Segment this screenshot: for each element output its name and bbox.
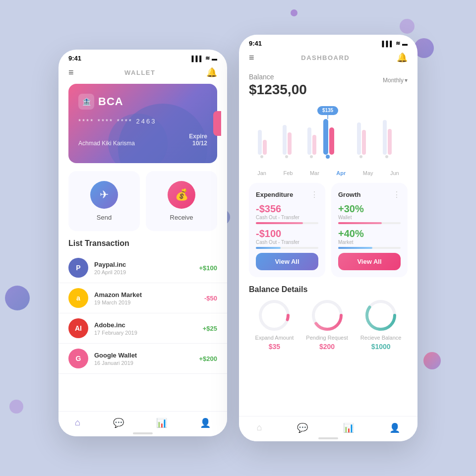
tx-name: Adobe.inc [94,321,197,329]
svg-rect-3 [258,130,262,155]
growth-sub-1: Wallet [338,215,401,220]
nav-chart-r[interactable]: 📊 [343,422,354,433]
battery-icon: ▬ [212,56,217,61]
svg-rect-12 [362,130,366,155]
chart-label-jun: Jun [390,170,399,176]
growth-card: Growth ⋮ +30% Wallet +40% Market View Al… [331,183,408,277]
receive-balance-chart [363,298,398,333]
bca-logo-text: BCA [98,95,123,108]
period-selector[interactable]: Monthly ▾ [383,77,408,84]
expenditure-fill-2 [256,247,281,249]
wallet-phone: 9:41 ▌▌▌ ≋ ▬ ≡ WALLET 🔔 🏦 BCA **** **** … [59,50,227,436]
expenditure-value-2: -$100 [256,228,318,239]
notification-icon-r[interactable]: 🔔 [397,52,408,63]
tx-info: Amazon Market 19 March 2019 [94,291,198,305]
svg-point-17 [310,155,313,158]
bca-logo-icon: 🏦 [78,94,94,110]
nav-home[interactable]: ⌂ [75,417,80,428]
card-tab [213,111,221,136]
dashboard-phone: 9:41 ▌▌▌ ≋ ▬ ≡ DASHBOARD 🔔 Balance $1235… [239,35,417,441]
menu-icon[interactable]: ≡ [68,67,74,78]
expenditure-menu-icon[interactable]: ⋮ [310,190,318,199]
growth-sub-2: Market [338,239,401,245]
decor-blob-5 [9,400,23,414]
time-left: 9:41 [68,55,81,62]
growth-menu-icon[interactable]: ⋮ [393,190,401,199]
avatar: a [68,288,88,308]
avatar: G [68,349,88,368]
action-buttons: ✈ Send 💰 Receive [68,171,217,231]
expire-date: 10/12 [189,140,207,147]
wallet-header: ≡ WALLET 🔔 [59,65,227,84]
nav-chat[interactable]: 💬 [113,417,124,428]
decor-blob-2 [400,19,415,34]
card-number: **** **** **** 2463 [78,118,207,125]
table-row[interactable]: a Amazon Market 19 March 2019 -$50 [59,283,227,313]
chart-container: $135 [239,98,417,177]
bottom-nav-right: ⌂ 💬 📊 👤 [239,416,417,441]
decor-blob-4 [5,286,30,310]
tx-info: Google Wallet 16 Januari 2019 [94,352,193,366]
receive-label: Receive [170,214,193,221]
send-button[interactable]: ✈ [90,181,118,209]
tx-amount: -$50 [204,295,217,302]
menu-icon-r[interactable]: ≡ [249,53,254,63]
transaction-list-title: List Transaction [59,239,227,253]
card-holder-name: Achmad Kiki Karisma [78,140,135,147]
pending-request-item: Pending Request $200 [306,298,348,351]
tx-date: 17 February 2019 [94,330,197,336]
tx-info: Adobe.inc 17 February 2019 [94,321,197,336]
svg-point-18 [326,155,330,159]
send-card[interactable]: ✈ Send [68,171,140,231]
receive-balance-value: $1000 [371,343,391,351]
svg-point-15 [260,155,263,158]
table-row[interactable]: AI Adobe.inc 17 February 2019 +$25 [59,313,227,344]
chart-labels: Jan Feb Mar Apr May Jun [249,169,408,177]
pending-request-value: $200 [319,343,335,351]
nav-chart[interactable]: 📊 [156,417,167,428]
receive-button[interactable]: 💰 [168,181,195,209]
chart-label-feb: Feb [283,170,293,176]
tx-amount: +$100 [199,264,217,272]
expenditure-view-all-button[interactable]: View All [256,253,318,270]
time-right: 9:41 [249,40,262,47]
tx-date: 16 Januari 2019 [94,360,193,366]
pending-request-chart [310,298,345,333]
stats-row: Expenditure ⋮ -$356 Cash Out - Transfer … [239,177,417,283]
notification-icon[interactable]: 🔔 [206,67,217,78]
svg-rect-10 [329,127,334,155]
expenditure-sub-2: Cash Out - Transfer [256,239,318,245]
expand-amount-chart [257,298,292,333]
pending-request-label: Pending Request [306,335,348,341]
expenditure-fill-1 [256,222,303,224]
tx-amount: +$200 [199,355,217,362]
expenditure-card: Expenditure ⋮ -$356 Cash Out - Transfer … [249,183,325,277]
expenditure-header: Expenditure ⋮ [256,190,318,199]
nav-home-r[interactable]: ⌂ [256,422,262,433]
nav-chat-r[interactable]: 💬 [297,422,308,433]
tx-info: Paypal.inc 20 April 2019 [94,261,193,275]
svg-rect-4 [263,140,267,155]
receive-balance-item: Recieve Balance $1000 [360,298,402,351]
bank-card-section: 🏦 BCA **** **** **** 2463 Achmad Kiki Ka… [68,84,217,163]
svg-rect-13 [383,120,387,155]
table-row[interactable]: P Paypal.inc 20 April 2019 +$100 [59,253,227,283]
donut-row: Expand Amount $35 Pending Request $200 [239,298,417,356]
status-bar-left: 9:41 ▌▌▌ ≋ ▬ [59,50,227,65]
growth-view-all-button[interactable]: View All [338,253,401,270]
nav-profile-r[interactable]: 👤 [389,422,400,433]
balance-section: Balance $1235,00 Monthly ▾ [239,69,417,98]
chart-label-may: May [363,170,373,176]
nav-profile[interactable]: 👤 [200,417,211,428]
decor-blob-7 [423,352,441,369]
chart-label-apr: Apr [336,170,346,176]
receive-card[interactable]: 💰 Receive [146,171,217,231]
svg-rect-7 [307,127,311,155]
table-row[interactable]: G Google Wallet 16 Januari 2019 +$200 [59,344,227,374]
expire-label: Expire [189,133,207,140]
chevron-down-icon: ▾ [405,77,408,84]
tx-name: Paypal.inc [94,261,193,268]
battery-icon-r: ▬ [402,41,408,47]
tx-amount: +$25 [203,325,217,332]
wifi-icon-r: ≋ [396,40,400,47]
